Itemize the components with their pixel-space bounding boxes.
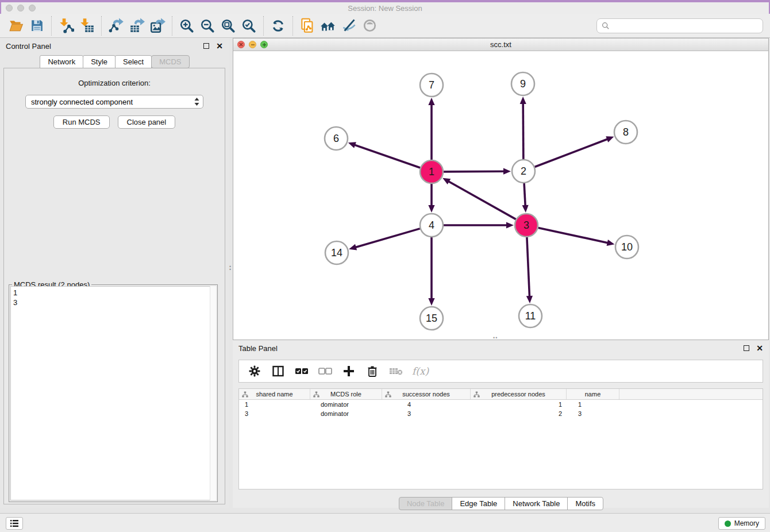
table-cell: dominator [310, 400, 382, 409]
graph-edge-3-10[interactable] [538, 228, 609, 243]
import-network-icon [59, 18, 74, 33]
save-session-button[interactable] [26, 16, 47, 36]
column-header-shared-name[interactable]: shared name [239, 389, 310, 399]
result-scrollbar[interactable] [210, 286, 216, 500]
table-tab-network-table[interactable]: Network Table [505, 497, 568, 510]
zoom-selected-button[interactable] [238, 16, 259, 36]
float-panel-icon[interactable] [203, 43, 209, 49]
import-table-icon [79, 18, 95, 33]
column-label: predecessor nodes [491, 391, 545, 398]
table-tab-node-table[interactable]: Node Table [399, 497, 453, 510]
table-row[interactable]: 3dominator323 [239, 409, 763, 418]
column-header-name[interactable]: name [567, 389, 619, 399]
zoom-out-button[interactable] [197, 16, 218, 36]
export-image-button[interactable] [147, 16, 168, 36]
criterion-dropdown[interactable]: strongly connected component [25, 95, 203, 109]
edge-arrowhead [526, 296, 533, 303]
graph-edge-3-1[interactable] [448, 181, 516, 219]
mcds-result-groupbox: MCDS result (2 nodes) 1 3 [9, 284, 218, 502]
delete-columns-button[interactable] [365, 364, 380, 379]
graph-edge-2-3[interactable] [524, 183, 525, 206]
control-tab-style[interactable]: Style [83, 55, 116, 68]
unchecked-boxes-icon [318, 367, 332, 375]
refresh-view-button[interactable] [268, 16, 288, 36]
table-row[interactable]: 1dominator411 [239, 400, 763, 409]
column-header-icon [313, 391, 319, 398]
show-columns-button[interactable] [271, 364, 286, 379]
table-tab-motifs[interactable]: Motifs [567, 497, 603, 510]
show-all-button[interactable] [359, 16, 380, 36]
graph-node-label: 3 [523, 219, 529, 231]
close-table-panel-icon[interactable]: ✕ [756, 345, 763, 351]
column-header-MCDS-role[interactable]: MCDS role [310, 389, 382, 399]
delete-table-button[interactable] [388, 364, 403, 379]
clone-network-button[interactable] [297, 16, 318, 36]
vertical-splitter-handle[interactable]: •• [229, 265, 232, 277]
control-tab-network[interactable]: Network [40, 55, 83, 68]
table-cell: 3 [239, 409, 310, 418]
edge-arrowhead [428, 205, 434, 213]
search-icon [602, 22, 610, 30]
search-box[interactable] [596, 18, 763, 33]
function-builder-button[interactable]: f(x) [412, 365, 429, 377]
network-window-titlebar[interactable]: scc.txt [233, 38, 768, 51]
float-table-panel-icon[interactable] [744, 345, 749, 351]
graph-node-label: 6 [333, 133, 339, 144]
toolbar-separator [51, 16, 52, 36]
zoom-in-button[interactable] [176, 16, 197, 36]
export-network-button[interactable] [106, 16, 126, 36]
horizontal-splitter-handle[interactable]: •• [493, 337, 505, 340]
import-network-button[interactable] [56, 16, 76, 36]
mcds-result-text[interactable]: 1 3 [10, 286, 216, 500]
zoom-selected-icon [241, 18, 256, 33]
close-panel-button[interactable]: Close panel [118, 115, 176, 129]
table-cell: 3 [382, 409, 471, 418]
toolbar-separator [101, 16, 102, 36]
hide-selected-button[interactable] [338, 16, 359, 36]
unselect-all-button[interactable] [318, 364, 333, 379]
first-neighbors-button[interactable] [318, 16, 338, 36]
graph-edge-2-8[interactable] [535, 139, 609, 167]
column-header-successor-nodes[interactable]: successor nodes [382, 389, 471, 399]
column-header-predecessor-nodes[interactable]: predecessor nodes [471, 389, 567, 399]
add-column-button[interactable] [341, 364, 356, 379]
open-session-button[interactable] [6, 16, 26, 36]
os-titlebar: Session: New Session [0, 2, 770, 14]
close-panel-icon[interactable]: ✕ [216, 43, 223, 49]
node-table[interactable]: shared nameMCDS rolesuccessor nodesprede… [238, 388, 763, 489]
select-all-button[interactable] [294, 364, 309, 379]
toolbar-separator [172, 16, 172, 36]
task-history-button[interactable] [6, 517, 23, 530]
table-cell: 2 [471, 409, 567, 418]
import-table-button[interactable] [76, 16, 97, 36]
graph-edge-2-9[interactable] [523, 103, 523, 159]
table-settings-button[interactable] [247, 364, 262, 379]
table-tab-edge-table[interactable]: Edge Table [452, 497, 505, 510]
graph-edge-1-6[interactable] [354, 145, 420, 168]
control-tab-select[interactable]: Select [115, 55, 152, 68]
export-network-icon [109, 18, 124, 33]
houses-icon [320, 18, 336, 34]
table-cell: 1 [239, 400, 310, 409]
graph-edge-1-2[interactable] [444, 171, 505, 172]
column-label: shared name [256, 391, 292, 398]
memory-button[interactable]: Memory [718, 517, 765, 530]
run-mcds-button[interactable]: Run MCDS [53, 115, 110, 129]
graph-edge-3-11[interactable] [527, 237, 530, 297]
open-folder-icon [9, 18, 24, 33]
window-title: Session: New Session [1, 4, 769, 13]
edge-arrowhead [348, 142, 356, 148]
zoom-fit-button[interactable] [218, 16, 238, 36]
export-table-button[interactable] [126, 16, 147, 36]
search-input[interactable] [613, 21, 758, 30]
network-canvas[interactable]: 7968124314101511 [233, 52, 768, 340]
edge-arrowhead [520, 97, 526, 104]
toolbar-separator [263, 16, 264, 36]
graph-edge-4-14[interactable] [355, 229, 420, 248]
toolbar-separator [292, 16, 293, 36]
plus-icon [343, 365, 355, 377]
column-header-icon [473, 391, 480, 398]
refresh-icon [271, 18, 286, 33]
control-panel-tabs: NetworkStyleSelectMCDS [0, 55, 229, 68]
control-tab-mcds[interactable]: MCDS [151, 55, 189, 68]
